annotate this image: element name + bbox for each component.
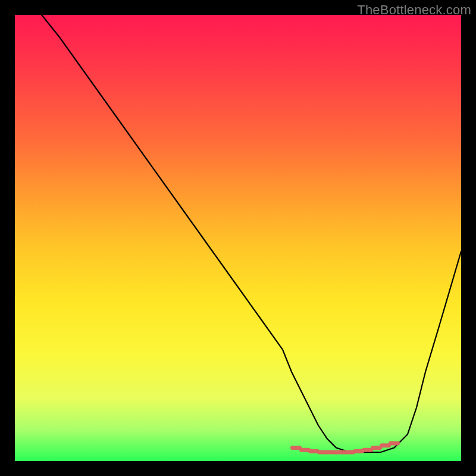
chart-svg xyxy=(15,15,461,461)
bottleneck-curve xyxy=(42,15,461,452)
marker-band xyxy=(293,443,398,452)
watermark-text: TheBottleneck.com xyxy=(357,2,471,18)
chart-plot-area xyxy=(15,15,461,461)
